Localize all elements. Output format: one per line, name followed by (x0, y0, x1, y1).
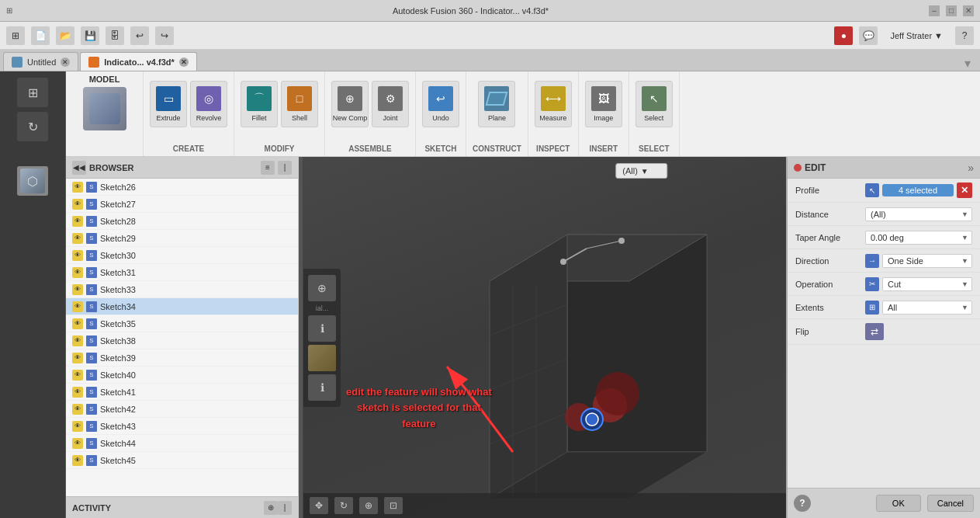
extrude-button[interactable]: ▭ Extrude (150, 81, 187, 127)
direction-dropdown[interactable]: One Side ▼ (882, 254, 972, 268)
plane-button[interactable]: Plane (478, 81, 515, 127)
browser-add-button[interactable]: | (278, 161, 292, 175)
list-item[interactable]: 👁 S Sketch33 (66, 281, 298, 298)
profile-clear-button[interactable]: ✕ (957, 183, 972, 198)
insert-image-button[interactable]: 🖼 Image (585, 81, 622, 127)
select-button[interactable]: ↖ Select (635, 81, 673, 127)
sidebar-view-icon[interactable]: ⊞ (17, 78, 48, 107)
record-icon[interactable]: ● (834, 26, 853, 45)
fillet-button[interactable]: ⌒ Fillet (241, 81, 278, 127)
visibility-icon[interactable]: 👁 (72, 267, 83, 278)
joint-button[interactable]: ⚙ Joint (372, 81, 409, 127)
close-button[interactable]: ✕ (963, 5, 974, 16)
sketch-icon: S (86, 404, 97, 415)
model-label: MODEL (89, 75, 120, 84)
visibility-icon[interactable]: 👁 (72, 421, 83, 432)
distance-dropdown[interactable]: (All) ▼ (865, 207, 972, 221)
save-icon[interactable]: 💾 (81, 26, 99, 45)
list-item[interactable]: 👁 S Sketch40 (66, 367, 298, 384)
list-item[interactable]: 👁 S Sketch42 (66, 401, 298, 418)
visibility-icon[interactable]: 👁 (72, 353, 83, 363)
fit-icon[interactable]: ⊡ (384, 497, 403, 514)
edit-expand-icon[interactable]: » (968, 162, 974, 174)
list-item[interactable]: 👁 S Sketch29 (66, 230, 298, 247)
visibility-icon[interactable]: 👁 (72, 250, 83, 261)
viewport-filter-dropdown[interactable]: (All) ▼ (615, 163, 667, 179)
new-file-icon[interactable]: 📄 (31, 26, 50, 45)
info-panel-icon-2[interactable]: ℹ (308, 315, 336, 342)
list-item[interactable]: 👁 S Sketch41 (66, 384, 298, 401)
chat-icon[interactable]: 💬 (859, 26, 878, 45)
activity-add-button[interactable]: ⊕ (264, 501, 278, 515)
visibility-icon[interactable]: 👁 (72, 284, 83, 295)
visibility-icon[interactable]: 👁 (72, 335, 83, 346)
visibility-icon[interactable]: 👁 (72, 318, 83, 329)
maximize-button[interactable]: □ (946, 5, 957, 16)
sidebar-model-icon[interactable]: ⬡ (17, 166, 48, 196)
tab-indicator[interactable]: Indicato... v4.f3d* ✕ (80, 52, 196, 71)
visibility-icon[interactable]: 👁 (72, 233, 83, 244)
orbit-icon[interactable]: ↻ (334, 497, 353, 514)
extents-icon: ⊞ (865, 301, 879, 315)
info-panel-icon-3[interactable]: ℹ (308, 374, 336, 401)
list-item[interactable]: 👁 S Sketch39 (66, 349, 298, 367)
open-icon[interactable]: 📂 (56, 26, 74, 45)
sketch-undo-button[interactable]: ↩ Undo (422, 81, 459, 127)
tab-close-indicator[interactable]: ✕ (179, 57, 189, 67)
visibility-icon[interactable]: 👁 (72, 301, 83, 312)
sidebar-refresh-icon[interactable]: ↻ (17, 112, 48, 141)
taper-angle-dropdown[interactable]: 0.00 deg ▼ (865, 231, 972, 245)
list-item[interactable]: 👁 S Sketch45 (66, 452, 298, 469)
cancel-button[interactable]: Cancel (927, 495, 974, 512)
list-item[interactable]: 👁 S Sketch43 (66, 418, 298, 435)
shell-button[interactable]: □ Shell (281, 81, 318, 127)
inspect-section-label: INSPECT (536, 141, 570, 153)
browser-menu-button[interactable]: ≡ (261, 161, 275, 175)
tab-scroll-right[interactable]: ▾ (964, 56, 971, 71)
visibility-icon[interactable]: 👁 (72, 438, 83, 449)
list-item[interactable]: 👁 S Sketch30 (66, 247, 298, 264)
new-component-button[interactable]: ⊕ New Comp (331, 81, 369, 127)
profile-selected-button[interactable]: 4 selected (882, 184, 954, 196)
info-panel-icon-1[interactable]: ⊕ (308, 275, 336, 301)
list-item[interactable]: 👁 S Sketch35 (66, 315, 298, 332)
undo-icon[interactable]: ↩ (130, 26, 149, 45)
measure-button[interactable]: ⟷ Measure (535, 81, 572, 127)
modify-tools: ⌒ Fillet □ Shell (241, 75, 318, 141)
zoom-icon[interactable]: ⊕ (359, 497, 378, 514)
dropdown-arrow-icon: ▼ (641, 167, 649, 176)
visibility-icon[interactable]: 👁 (72, 404, 83, 415)
list-item[interactable]: 👁 S Sketch31 (66, 264, 298, 281)
tab-close-untitled[interactable]: ✕ (61, 57, 70, 67)
visibility-icon[interactable]: 👁 (72, 182, 83, 193)
visibility-icon[interactable]: 👁 (72, 455, 83, 466)
user-label[interactable]: Jeff Strater ▼ (884, 31, 949, 40)
help-button[interactable]: ? (794, 495, 811, 512)
help-icon[interactable]: ? (955, 26, 974, 45)
list-item[interactable]: 👁 S Sketch27 (66, 196, 298, 213)
browser-collapse-button[interactable]: ◀◀ (72, 161, 86, 175)
activity-menu-button[interactable]: | (278, 501, 292, 515)
visibility-icon[interactable]: 👁 (72, 199, 83, 210)
list-item[interactable]: 👁 S Sketch26 (66, 179, 298, 196)
list-item[interactable]: 👁 S Sketch34 (66, 298, 298, 315)
visibility-icon[interactable]: 👁 (72, 370, 83, 381)
operation-dropdown[interactable]: Cut ▼ (882, 277, 972, 291)
tab-untitled[interactable]: Untitled ✕ (3, 52, 78, 71)
visibility-icon[interactable]: 👁 (72, 387, 83, 398)
pan-icon[interactable]: ✥ (310, 497, 328, 514)
extents-dropdown[interactable]: All ▼ (882, 301, 972, 315)
save-as-icon[interactable]: 🗄 (106, 26, 124, 45)
list-item[interactable]: 👁 S Sketch38 (66, 332, 298, 349)
visibility-icon[interactable]: 👁 (72, 216, 83, 227)
ok-button[interactable]: OK (876, 495, 921, 512)
create-section-label: CREATE (173, 141, 204, 153)
grid-icon[interactable]: ⊞ (6, 26, 25, 45)
list-item[interactable]: 👁 S Sketch28 (66, 213, 298, 230)
list-item[interactable]: 👁 S Sketch44 (66, 435, 298, 452)
flip-icon[interactable]: ⇄ (865, 323, 884, 340)
viewport[interactable]: (All) ▼ edit the feature will show what (303, 157, 980, 518)
minimize-button[interactable]: – (929, 5, 940, 16)
revolve-button[interactable]: ◎ Revolve (190, 81, 227, 127)
redo-icon[interactable]: ↪ (155, 26, 174, 45)
